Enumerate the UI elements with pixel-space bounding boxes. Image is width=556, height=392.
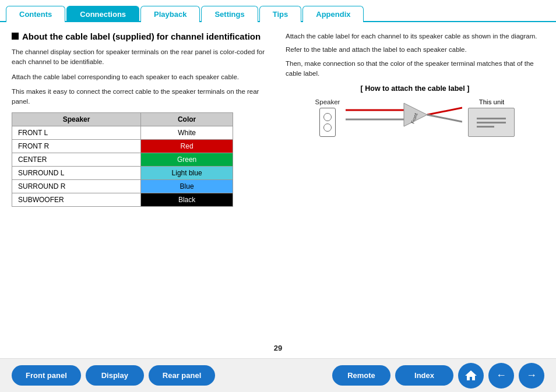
table-header-color: Color <box>141 113 233 126</box>
cable-svg: Front <box>346 97 462 138</box>
unit-lines <box>477 118 506 128</box>
forward-button[interactable]: → <box>519 363 544 389</box>
color-cell: Blue <box>141 180 233 193</box>
speaker-cell: SUBWOOFER <box>12 193 141 207</box>
svg-line-3 <box>427 108 462 115</box>
rear-panel-button[interactable]: Rear panel <box>149 365 215 386</box>
tab-connections[interactable]: Connections <box>66 6 139 22</box>
unit-line-3 <box>477 126 494 128</box>
front-panel-button[interactable]: Front panel <box>12 365 81 386</box>
back-button[interactable]: ← <box>488 363 514 389</box>
speaker-cell: CENTER <box>12 153 141 167</box>
home-button[interactable] <box>458 363 484 389</box>
table-row: SURROUND LLight blue <box>12 167 233 180</box>
speaker-cell: SURROUND R <box>12 180 141 193</box>
speaker-cell: SURROUND L <box>12 167 141 180</box>
table-row: FRONT LWhite <box>12 126 233 140</box>
speaker-box <box>319 108 336 137</box>
right-desc-2: Refer to the table and attach the label … <box>286 45 544 55</box>
right-column: Attach the cable label for each channel … <box>280 31 544 342</box>
unit-line-1 <box>477 118 506 119</box>
color-cell: Black <box>141 193 233 207</box>
speaker-cell: FRONT R <box>12 140 141 153</box>
section-title: About the cable label (supplied) for cha… <box>12 31 268 41</box>
remote-button[interactable]: Remote <box>332 365 390 386</box>
body-text-3: This makes it easy to connect the correc… <box>12 87 268 107</box>
section-marker <box>12 33 19 40</box>
tab-contents[interactable]: Contents <box>6 6 65 22</box>
table-row: SURROUND RBlue <box>12 180 233 193</box>
unit-rect <box>468 108 515 137</box>
speaker-circle-2 <box>323 123 332 132</box>
page-number: 29 <box>274 344 282 352</box>
right-desc-1: Attach the cable label for each channel … <box>286 31 544 41</box>
tab-settings[interactable]: Settings <box>201 6 258 22</box>
color-cell: Light blue <box>141 167 233 180</box>
main-content: About the cable label (supplied) for cha… <box>0 22 556 348</box>
table-header-speaker: Speaker <box>12 113 141 126</box>
diagram-title: [ How to attach the cable label ] <box>286 84 544 93</box>
cable-diagram: Speaker Front <box>286 97 544 138</box>
unit-label: This unit <box>468 98 515 105</box>
speaker-color-table: Speaker Color FRONT LWhiteFRONT RRedCENT… <box>12 112 233 207</box>
color-cell: Red <box>141 140 233 153</box>
body-text-2: Attach the cable label corresponding to … <box>12 72 268 82</box>
tab-playback[interactable]: Playback <box>140 6 200 22</box>
speaker-circle-1 <box>323 113 332 121</box>
right-desc-3: Then, make connection so that the color … <box>286 59 544 79</box>
tab-tips[interactable]: Tips <box>259 6 302 22</box>
display-button[interactable]: Display <box>86 365 144 386</box>
unit-box: This unit <box>468 98 515 137</box>
color-cell: White <box>141 126 233 140</box>
unit-line-2 <box>477 122 506 123</box>
left-column: About the cable label (supplied) for cha… <box>12 31 280 342</box>
table-row: SUBWOOFERBlack <box>12 193 233 207</box>
top-navigation: Contents Connections Playback Settings T… <box>0 0 556 22</box>
index-button[interactable]: Index <box>395 365 453 386</box>
speaker-cell: FRONT L <box>12 126 141 140</box>
svg-line-4 <box>427 115 462 122</box>
table-row: FRONT RRed <box>12 140 233 153</box>
table-row: CENTERGreen <box>12 153 233 167</box>
color-cell: Green <box>141 153 233 167</box>
bottom-navigation: Front panel Display Rear panel Remote In… <box>0 358 556 392</box>
speaker-label: Speaker <box>315 98 340 105</box>
body-text-1: The channel display section for speaker … <box>12 47 268 68</box>
speaker-symbol: Speaker <box>315 98 340 137</box>
tab-appendix[interactable]: Appendix <box>302 6 364 22</box>
